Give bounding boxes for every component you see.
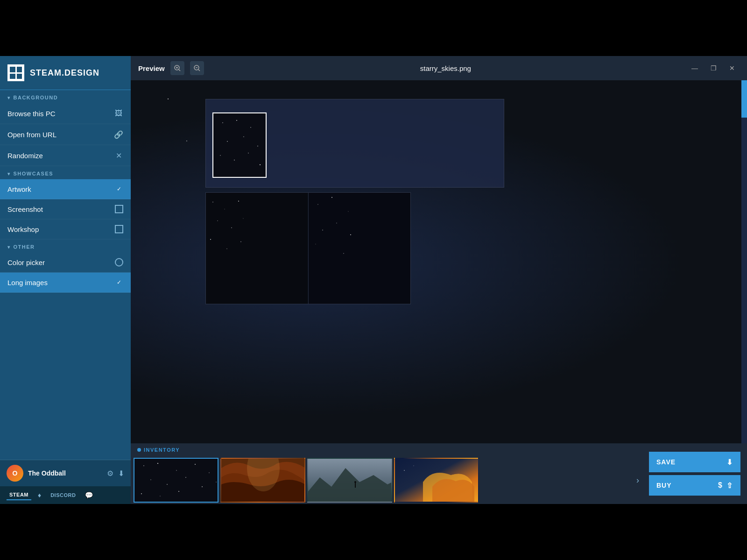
action-buttons: SAVE ⬇ BUY $ ⇧ bbox=[642, 447, 747, 500]
section-header-background: ▾ BACKGROUND bbox=[0, 90, 131, 103]
svg-point-77 bbox=[343, 253, 344, 253]
svg-point-57 bbox=[248, 153, 249, 154]
svg-point-99 bbox=[404, 470, 405, 471]
save-label: SAVE bbox=[656, 458, 676, 466]
inventory-item-2[interactable] bbox=[220, 458, 305, 503]
zoom-in-button[interactable] bbox=[170, 61, 184, 75]
chevron-down-icon: ▾ bbox=[7, 95, 11, 100]
minimize-button[interactable]: — bbox=[687, 61, 702, 76]
svg-point-97 bbox=[354, 481, 356, 483]
discord-icon[interactable]: 💬 bbox=[85, 491, 93, 499]
screenshots-showcase bbox=[205, 192, 411, 304]
sidebar-footer: O The Oddball ⚙ ⬇ STEAM ♦ DISCORD 💬 bbox=[0, 460, 131, 504]
svg-point-91 bbox=[178, 491, 179, 492]
buy-dollar-icon: $ bbox=[718, 481, 723, 490]
sidebar-item-workshop[interactable]: Workshop bbox=[0, 219, 131, 239]
svg-point-85 bbox=[167, 484, 168, 485]
preview-scrollbar[interactable] bbox=[741, 80, 747, 443]
buy-label: BUY bbox=[656, 482, 672, 489]
svg-point-79 bbox=[143, 465, 144, 466]
svg-point-51 bbox=[250, 127, 251, 127]
link-icon: 🔗 bbox=[114, 130, 123, 139]
inventory-more-button[interactable]: › bbox=[633, 476, 642, 485]
section-header-other: ▾ OTHER bbox=[0, 239, 131, 252]
svg-point-67 bbox=[226, 248, 227, 249]
tab-discord[interactable]: DISCORD bbox=[48, 490, 78, 500]
app-logo bbox=[7, 64, 24, 81]
section-header-showcases: ▾ SHOWCASES bbox=[0, 166, 131, 179]
download-icon[interactable]: ⬇ bbox=[118, 469, 124, 478]
svg-point-72 bbox=[348, 211, 348, 211]
color-picker-radio[interactable] bbox=[115, 258, 123, 266]
inventory-bar: INVENTORY bbox=[131, 443, 747, 504]
svg-line-3 bbox=[179, 70, 180, 71]
svg-rect-69 bbox=[309, 193, 411, 304]
svg-rect-59 bbox=[206, 193, 308, 304]
svg-point-63 bbox=[217, 220, 218, 221]
sidebar-item-randomize[interactable]: Randomize ✕ bbox=[0, 145, 131, 166]
sidebar-item-color-picker[interactable]: Color picker bbox=[0, 252, 131, 273]
main-content: Preview starry_skies.png — ❐ bbox=[131, 56, 747, 504]
svg-point-62 bbox=[238, 201, 239, 202]
buy-button[interactable]: BUY $ ⇧ bbox=[649, 475, 740, 496]
save-button[interactable]: SAVE ⬇ bbox=[649, 452, 740, 472]
svg-point-58 bbox=[260, 164, 261, 165]
svg-point-66 bbox=[210, 239, 211, 240]
svg-point-70 bbox=[317, 204, 318, 204]
sidebar-item-open-url[interactable]: Open from URL 🔗 bbox=[0, 124, 131, 145]
zoom-out-button[interactable] bbox=[190, 61, 204, 75]
svg-point-54 bbox=[257, 146, 258, 147]
svg-rect-78 bbox=[134, 459, 218, 502]
svg-point-83 bbox=[209, 472, 210, 473]
sidebar: STEAM.DESIGN ▾ BACKGROUND Browse this PC… bbox=[0, 56, 131, 504]
close-button[interactable]: ✕ bbox=[725, 61, 740, 76]
preview-area bbox=[131, 80, 747, 443]
title-bar: Preview starry_skies.png — ❐ bbox=[131, 56, 747, 80]
scrollbar-thumb[interactable] bbox=[741, 80, 747, 118]
inventory-item-1[interactable] bbox=[134, 458, 218, 503]
artwork-checkbox[interactable] bbox=[115, 185, 123, 193]
top-black-bar bbox=[0, 0, 747, 56]
svg-point-84 bbox=[150, 479, 151, 480]
screenshot-panel-2 bbox=[309, 193, 411, 304]
sidebar-item-browse-pc[interactable]: Browse this PC 🖼 bbox=[0, 103, 131, 124]
inventory-dot bbox=[137, 448, 141, 452]
bottom-black-bar bbox=[0, 504, 747, 560]
svg-point-75 bbox=[350, 234, 351, 235]
svg-point-76 bbox=[315, 244, 316, 244]
svg-rect-48 bbox=[213, 113, 266, 177]
screenshot-panel-1 bbox=[206, 193, 309, 304]
sidebar-item-artwork[interactable]: Artwork bbox=[0, 179, 131, 199]
buy-share-icon: ⇧ bbox=[726, 481, 733, 490]
settings-icon[interactable]: ⚙ bbox=[107, 469, 113, 478]
svg-point-73 bbox=[322, 230, 323, 231]
inventory-item-4[interactable] bbox=[394, 458, 479, 503]
artwork-thumbnail bbox=[212, 112, 267, 178]
tab-steam[interactable]: STEAM bbox=[7, 490, 31, 500]
maximize-button[interactable]: ❐ bbox=[706, 61, 721, 76]
svg-point-60 bbox=[212, 202, 213, 203]
inventory-item-3[interactable] bbox=[307, 458, 392, 503]
svg-point-100 bbox=[413, 465, 414, 466]
svg-rect-96 bbox=[355, 483, 356, 488]
svg-point-50 bbox=[236, 120, 237, 121]
screenshot-checkbox[interactable] bbox=[115, 205, 123, 213]
chevron-down-icon-2: ▾ bbox=[7, 171, 11, 176]
sidebar-item-screenshot[interactable]: Screenshot bbox=[0, 199, 131, 219]
inventory-thumbnails bbox=[131, 458, 633, 503]
sidebar-header: STEAM.DESIGN bbox=[0, 56, 131, 90]
avatar: O bbox=[7, 465, 23, 482]
filename-label: starry_skies.png bbox=[210, 64, 682, 72]
svg-point-64 bbox=[231, 227, 232, 228]
svg-point-55 bbox=[220, 155, 220, 155]
svg-point-89 bbox=[141, 493, 142, 494]
preview-label: Preview bbox=[138, 64, 165, 72]
long-images-checkbox[interactable] bbox=[115, 278, 123, 287]
svg-point-7 bbox=[168, 98, 169, 99]
image-icon: 🖼 bbox=[114, 109, 123, 118]
steam-logo-icon[interactable]: ♦ bbox=[38, 491, 41, 499]
app-container: STEAM.DESIGN ▾ BACKGROUND Browse this PC… bbox=[0, 56, 747, 504]
sidebar-item-long-images[interactable]: Long images bbox=[0, 273, 131, 293]
svg-point-71 bbox=[331, 197, 332, 198]
workshop-checkbox[interactable] bbox=[115, 225, 123, 233]
